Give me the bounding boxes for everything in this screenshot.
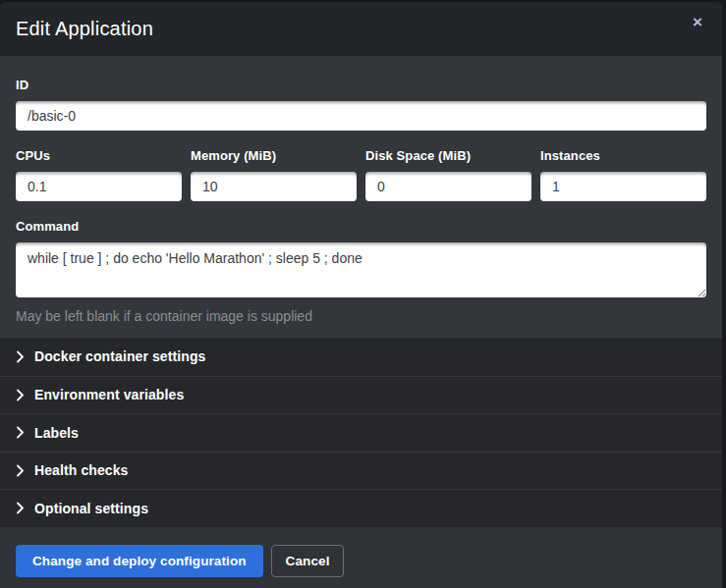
change-and-deploy-button[interactable]: Change and deploy configuration <box>16 545 263 577</box>
close-icon: × <box>693 13 702 31</box>
instances-label: Instances <box>540 148 706 163</box>
modal-header: Edit Application × <box>0 2 722 56</box>
section-optional-settings[interactable]: Optional settings <box>0 489 722 527</box>
disk-field-group: Disk Space (MiB) <box>365 148 531 201</box>
id-label: ID <box>16 78 706 92</box>
instances-field-group: Instances <box>540 148 706 201</box>
chevron-right-icon <box>16 350 25 363</box>
modal-title: Edit Application <box>16 18 153 40</box>
disk-input[interactable] <box>365 172 531 201</box>
memory-field-group: Memory (MiB) <box>191 148 357 201</box>
section-label: Optional settings <box>34 501 148 516</box>
cpus-field-group: CPUs <box>16 148 182 201</box>
section-labels[interactable]: Labels <box>0 413 722 452</box>
section-label: Labels <box>34 425 79 441</box>
command-help-text: May be left blank if a container image i… <box>16 308 706 324</box>
command-field-group: Command while [ true ] ; do echo 'Hello … <box>16 219 706 324</box>
cpus-input[interactable] <box>16 172 182 201</box>
command-textarea[interactable]: while [ true ] ; do echo 'Hello Marathon… <box>16 242 706 297</box>
cancel-button[interactable]: Cancel <box>271 545 345 577</box>
modal-body: ID CPUs Memory (MiB) Disk Space (MiB) In… <box>0 56 722 338</box>
modal-footer: Change and deploy configuration Cancel <box>0 527 722 588</box>
id-field-group: ID <box>16 78 706 131</box>
section-environment-variables[interactable]: Environment variables <box>0 376 722 414</box>
resources-row: CPUs Memory (MiB) Disk Space (MiB) Insta… <box>16 148 706 201</box>
edit-application-modal: Edit Application × ID CPUs Memory (MiB) … <box>0 2 722 588</box>
id-input[interactable] <box>16 101 706 131</box>
instances-input[interactable] <box>540 172 706 201</box>
section-docker-container-settings[interactable]: Docker container settings <box>0 338 722 376</box>
close-button[interactable]: × <box>689 12 706 32</box>
chevron-right-icon <box>16 389 25 401</box>
memory-input[interactable] <box>191 172 357 201</box>
chevron-right-icon <box>16 464 25 477</box>
accordion-sections: Docker container settings Environment va… <box>0 338 722 527</box>
section-label: Environment variables <box>34 387 184 402</box>
section-label: Health checks <box>34 462 128 478</box>
chevron-right-icon <box>16 502 25 514</box>
cpus-label: CPUs <box>16 148 182 163</box>
command-label: Command <box>16 219 706 234</box>
section-label: Docker container settings <box>34 348 205 364</box>
disk-label: Disk Space (MiB) <box>365 148 531 163</box>
chevron-right-icon <box>16 426 25 439</box>
memory-label: Memory (MiB) <box>191 148 357 163</box>
section-health-checks[interactable]: Health checks <box>0 452 722 490</box>
